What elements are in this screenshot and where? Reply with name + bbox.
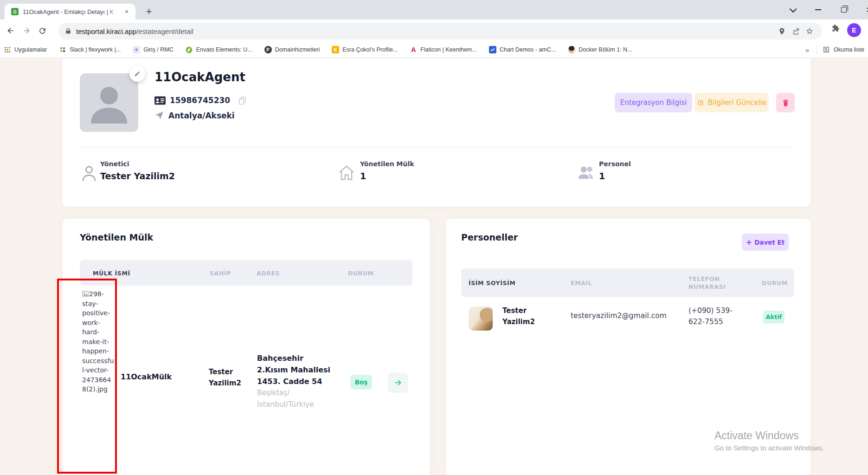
- activate-windows-watermark: Activate Windows Go to Settings to activ…: [714, 429, 824, 452]
- send-location-icon: [154, 111, 164, 120]
- delete-agent-button[interactable]: [776, 93, 795, 112]
- red-annotation-box: [57, 279, 117, 474]
- invite-button[interactable]: + Davet Et: [742, 234, 789, 251]
- bookmark-slack[interactable]: Slack | flexywork |...: [59, 46, 121, 53]
- stat-label: Yönetici: [100, 160, 175, 168]
- column-header: TELEFON NUMARASI: [688, 275, 733, 291]
- bookmark-apps[interactable]: Uygulamalar: [4, 46, 47, 53]
- property-detail-arrow-button[interactable]: [388, 372, 408, 393]
- manager-person-icon: [81, 163, 97, 185]
- bookmark-flaticon[interactable]: A Flaticon | Keenthem...: [410, 46, 476, 53]
- plus-icon: +: [746, 238, 752, 247]
- bookmark-esra-profile[interactable]: K Esra Çokol's Profile...: [332, 46, 398, 53]
- back-button[interactable]: [3, 23, 19, 39]
- stat-label: Personel: [599, 160, 631, 168]
- agent-location-row: Antalya/Akseki: [154, 111, 235, 120]
- a-red-icon: A: [410, 46, 417, 53]
- property-address: Bahçesehir 2.Kısım Mahallesi 1453. Cadde…: [257, 352, 334, 410]
- stat-manager: Yönetici Tester Yazilim2: [100, 160, 175, 181]
- bookmark-giris-rmc[interactable]: Giriş / RMC: [133, 46, 174, 53]
- staff-table-header: İSİM SOYİSİM EMAİL TELEFON NUMARASI DURU…: [461, 268, 794, 297]
- stat-properties: Yönetilen Mülk 1: [360, 160, 414, 181]
- agent-phone-row: 15986745230: [154, 96, 247, 105]
- tab-bar: 11OcakAgent - Emlakçı Detayı | K × + ✕: [0, 0, 868, 20]
- share-icon[interactable]: [789, 24, 803, 38]
- watermark-line1: Activate Windows: [714, 429, 824, 442]
- url-bar[interactable]: testportal.kiraci.app/estateagent/detail: [58, 23, 822, 39]
- stat-value: 1: [599, 171, 631, 181]
- address-main: Bahçesehir 2.Kısım Mahallesi 1453. Cadde…: [257, 352, 334, 387]
- column-header: SAHİP: [210, 270, 231, 277]
- page-content: 11OcakAgent 15986745230 Antalya/Akseki E…: [0, 58, 868, 475]
- watermark-line2: Go to Settings to activate Windows.: [714, 444, 824, 452]
- agent-avatar: [80, 73, 138, 132]
- property-status-badge: Boş: [350, 375, 372, 390]
- tab-search-chevron-icon[interactable]: [781, 0, 803, 20]
- stat-value: 1: [360, 171, 414, 181]
- staff-phone: (+090) 539-622-7555: [688, 305, 744, 327]
- column-header: İSİM SOYİSİM: [469, 280, 515, 286]
- location-pin-icon[interactable]: [775, 24, 789, 38]
- url-host: testportal.kiraci.app: [76, 27, 136, 35]
- integration-info-label: Entegrasyon Bilgisi: [620, 98, 687, 107]
- new-tab-button[interactable]: +: [142, 5, 156, 19]
- lock-icon: [65, 27, 71, 35]
- column-header: DURUM: [348, 270, 374, 277]
- property-owner: Tester Yazilim2: [209, 366, 248, 389]
- window-minimize-button[interactable]: [807, 0, 829, 20]
- bookmark-domainhizmetleri[interactable]: P Domainhizmetleri: [264, 46, 320, 53]
- reading-list-button[interactable]: Okuma liste: [834, 46, 864, 53]
- slack-icon: [59, 46, 66, 53]
- properties-card-title: Yönetilen Mülk: [80, 232, 153, 242]
- staff-name: Tester Yazilim2: [502, 305, 540, 327]
- id-card-icon: [154, 96, 166, 105]
- bookmarks-overflow-button[interactable]: »: [804, 46, 811, 54]
- house-icon: [338, 163, 355, 184]
- bookmark-chart-demos[interactable]: Chart Demos - amC...: [489, 46, 556, 53]
- reload-button[interactable]: [34, 23, 50, 39]
- forward-button[interactable]: [19, 23, 34, 39]
- tab-close-icon[interactable]: ×: [122, 7, 131, 16]
- bookmark-envato[interactable]: Envato Elements: U...: [186, 46, 252, 53]
- address-sub: Beşiktaş/ İstanbul/Türkiye: [257, 387, 334, 410]
- bookmarks-bar: Uygulamalar Slack | flexywork |... Giriş…: [0, 42, 868, 58]
- column-header: MÜLK İSMİ: [93, 270, 130, 277]
- window-restore-button[interactable]: [833, 0, 855, 20]
- integration-info-button[interactable]: Entegrasyon Bilgisi: [615, 93, 692, 112]
- update-info-button[interactable]: Bilgileri Güncelle: [694, 93, 769, 112]
- stat-value: Tester Yazilim2: [100, 171, 175, 181]
- bookmark-docker[interactable]: Docker Bölüm 1: N...: [568, 46, 632, 53]
- pencil-icon: [134, 71, 141, 77]
- bookmark-favicon: [133, 46, 140, 53]
- property-name: 11OcakMülk: [121, 372, 172, 381]
- edit-square-icon: [697, 99, 704, 106]
- apps-grid-icon: [4, 46, 11, 53]
- browser-tab[interactable]: 11OcakAgent - Emlakçı Detayı | K ×: [5, 4, 135, 20]
- envato-leaf-icon: [186, 46, 193, 53]
- staff-email: testeryazilim2@gmail.com: [571, 312, 667, 320]
- column-header: DURUM: [762, 280, 788, 286]
- window-close-button[interactable]: ✕: [858, 0, 868, 20]
- edit-avatar-button[interactable]: [129, 66, 145, 82]
- browser-toolbar: testportal.kiraci.app/estateagent/detail…: [0, 20, 868, 42]
- column-header: EMAİL: [571, 280, 592, 286]
- staff-avatar: [469, 306, 493, 331]
- trash-icon: [782, 98, 790, 107]
- extensions-puzzle-icon[interactable]: [831, 24, 840, 35]
- agent-name: 11OcakAgent: [154, 70, 245, 84]
- site-favicon-icon: [11, 8, 19, 15]
- column-header: ADRES: [257, 270, 280, 277]
- p-circle-icon: P: [264, 46, 272, 53]
- staff-status-badge: Aktif: [763, 311, 784, 324]
- agent-header-card: 11OcakAgent 15986745230 Antalya/Akseki E…: [63, 58, 810, 207]
- agent-phone: 15986745230: [170, 96, 230, 105]
- invite-label: Davet Et: [754, 239, 784, 246]
- bookmark-star-icon[interactable]: [803, 24, 817, 38]
- copy-icon[interactable]: [238, 96, 247, 105]
- divider: [80, 147, 794, 148]
- tab-title: 11OcakAgent - Emlakçı Detayı | K: [23, 8, 120, 15]
- staff-card-title: Personeller: [461, 232, 518, 242]
- reading-list-icon: [823, 46, 830, 53]
- agent-location: Antalya/Akseki: [168, 111, 235, 120]
- browser-profile-avatar[interactable]: E: [847, 23, 861, 37]
